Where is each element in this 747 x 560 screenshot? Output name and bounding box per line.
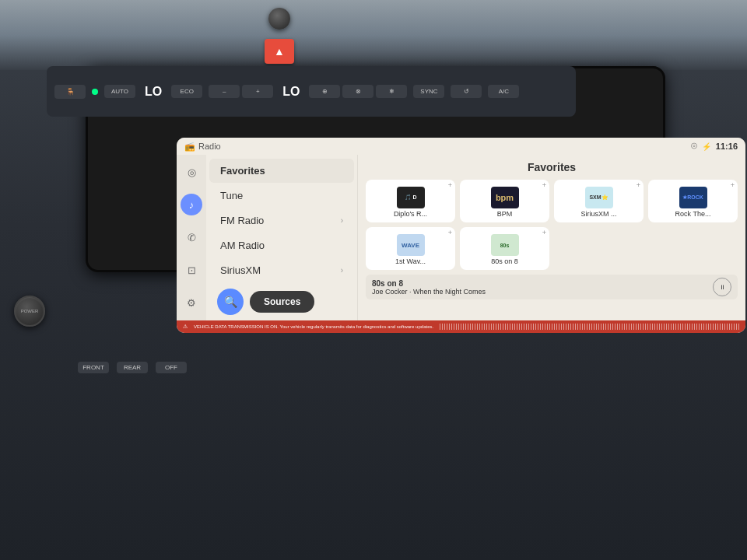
- add-icon: +: [542, 229, 546, 236]
- artist-name: Joe Cocker: [372, 288, 408, 296]
- off-button[interactable]: OFF: [156, 362, 187, 373]
- top-bar: 📻 Radio ⦾ ⚡ 11:16: [177, 138, 745, 155]
- power-button[interactable]: POWER: [14, 296, 45, 327]
- track-name: When the Night Comes: [413, 288, 486, 296]
- ac-button[interactable]: A/C: [488, 85, 519, 98]
- defrost-rear-label: REAR: [124, 364, 141, 371]
- content-area: Favorites + 🎵 D Diplo's R... + bpm BPM: [358, 155, 745, 320]
- fav-rock[interactable]: + ★ROCK Rock The...: [648, 180, 738, 222]
- vent-button[interactable]: ⊕: [309, 85, 340, 98]
- bpm-label: BPM: [497, 210, 513, 218]
- fav-80s[interactable]: + 80s 80s on 8: [460, 227, 549, 270]
- left-temp: LO: [142, 85, 165, 99]
- add-icon: +: [731, 181, 735, 189]
- infotainment-screen: 📻 Radio ⦾ ⚡ 11:16 ◎ ♪ ✆ ⊡ ⚙: [177, 138, 745, 333]
- defrost-row: FRONT REAR OFF: [78, 362, 187, 373]
- defrost-button[interactable]: ❄: [376, 85, 407, 98]
- fav-wave[interactable]: + WAVE 1st Wav...: [366, 227, 455, 270]
- phone-icon[interactable]: ✆: [181, 226, 202, 248]
- warning-text: VEHICLE DATA TRANSMISSION IS ON. Your ve…: [194, 324, 433, 329]
- add-icon: +: [542, 181, 546, 189]
- fav-siriusxm[interactable]: + SXM⭐ SiriusXM ...: [554, 180, 644, 222]
- fav-bpm[interactable]: + bpm BPM: [460, 180, 549, 222]
- top-reflection: [0, 0, 747, 70]
- nav-menu: Favorites Tune FM Radio › AM Radio Siriu…: [206, 155, 358, 320]
- right-temp: LO: [279, 85, 303, 99]
- nav-fm-arrow: ›: [341, 216, 343, 225]
- navigation-icon[interactable]: ◎: [181, 161, 202, 183]
- diplo-label: Diplo's R...: [394, 210, 427, 218]
- favorites-title: Favorites: [366, 161, 738, 173]
- auto-button[interactable]: AUTO: [104, 85, 135, 98]
- fan-up[interactable]: +: [242, 85, 273, 98]
- ac-label: A/C: [499, 88, 509, 95]
- rock-logo: ★ROCK: [679, 187, 707, 208]
- pause-button[interactable]: ⏸: [713, 278, 731, 296]
- hazard-icon: ▲: [274, 45, 285, 58]
- favorites-grid: + 🎵 D Diplo's R... + bpm BPM + SXM⭐ Siri…: [366, 180, 738, 270]
- settings-icon[interactable]: ⚙: [181, 292, 202, 313]
- sync-label: SYNC: [420, 88, 437, 95]
- diplo-logo: 🎵 D: [397, 187, 425, 208]
- climate-panel: 🪑 AUTO LO ECO – + LO ⊕ ⊗ ❄ SYNC ↺ A/C: [47, 66, 576, 117]
- seat-heat-left[interactable]: 🪑: [54, 85, 86, 99]
- wifi-icon: ⦾: [691, 142, 697, 151]
- now-playing-station: 80s on 8: [372, 279, 486, 288]
- mode-buttons: ⊕ ⊗ ❄: [309, 85, 407, 98]
- main-content: ◎ ♪ ✆ ⊡ ⚙ Favorites Tune FM Radio ›: [177, 155, 745, 320]
- fan-down[interactable]: –: [209, 85, 240, 98]
- add-icon: +: [637, 181, 640, 189]
- rock-label: Rock The...: [675, 210, 711, 218]
- nav-fm-label: FM Radio: [220, 215, 264, 226]
- barcode: [440, 324, 739, 330]
- radio-icon: 📻: [184, 142, 195, 152]
- nav-tune[interactable]: Tune: [209, 184, 354, 208]
- siriusxm-logo: SXM⭐: [585, 187, 613, 208]
- now-playing-bar: 80s on 8 Joe Cocker · When the Night Com…: [366, 275, 738, 299]
- defrost-front-label: FRONT: [82, 364, 104, 371]
- fan-controls: – +: [209, 85, 273, 98]
- wave-logo: WAVE: [397, 234, 425, 256]
- hazard-button[interactable]: ▲: [265, 39, 294, 64]
- defrost-rear-button[interactable]: REAR: [117, 362, 148, 373]
- defrost-front-button[interactable]: FRONT: [78, 362, 109, 373]
- wave-label: 1st Wav...: [395, 257, 426, 265]
- music-icon[interactable]: ♪: [181, 194, 202, 215]
- add-icon: +: [448, 229, 452, 236]
- eco-button[interactable]: ECO: [171, 85, 202, 98]
- nav-siriusxm[interactable]: SiriusXM ›: [209, 258, 354, 282]
- sources-button[interactable]: Sources: [250, 291, 314, 313]
- nav-fm-radio[interactable]: FM Radio ›: [209, 208, 354, 233]
- warning-icon: ⚠: [183, 324, 188, 330]
- fav-diplo[interactable]: + 🎵 D Diplo's R...: [366, 180, 455, 222]
- circulation-button[interactable]: ↺: [451, 85, 482, 98]
- nav-am-radio[interactable]: AM Radio: [209, 233, 354, 257]
- nav-favorites[interactable]: Favorites: [209, 159, 354, 183]
- nav-tune-label: Tune: [220, 190, 243, 201]
- nav-siriusxm-arrow: ›: [341, 266, 343, 275]
- warning-bar: ⚠ VEHICLE DATA TRANSMISSION IS ON. Your …: [177, 320, 745, 333]
- power-label: POWER: [21, 309, 39, 313]
- floor-button[interactable]: ⊗: [342, 85, 374, 98]
- clock: 11:16: [716, 142, 738, 151]
- nav-favorites-label: Favorites: [220, 165, 265, 177]
- siriusxm-label: SiriusXM ...: [580, 210, 616, 218]
- camera-knob[interactable]: [268, 8, 290, 30]
- now-playing-info: 80s on 8 Joe Cocker · When the Night Com…: [372, 279, 486, 296]
- 80s-label: 80s on 8: [491, 257, 518, 265]
- nav-bottom-bar: 🔍 Sources: [206, 284, 357, 320]
- car-icon[interactable]: ⊡: [181, 259, 202, 281]
- bluetooth-icon: ⚡: [702, 142, 711, 151]
- search-button[interactable]: 🔍: [217, 289, 244, 315]
- sidebar-icons: ◎ ♪ ✆ ⊡ ⚙: [177, 155, 206, 320]
- nav-am-label: AM Radio: [220, 240, 265, 251]
- status-icons: ⦾ ⚡ 11:16: [691, 142, 738, 151]
- nav-siriusxm-label: SiriusXM: [220, 264, 261, 276]
- 80s-logo: 80s: [491, 234, 519, 256]
- sync-button[interactable]: SYNC: [413, 85, 444, 98]
- add-icon: +: [448, 181, 452, 189]
- auto-label: AUTO: [111, 88, 128, 95]
- indicator-left: [92, 89, 98, 95]
- bpm-logo: bpm: [491, 187, 519, 208]
- now-playing-track: Joe Cocker · When the Night Comes: [372, 288, 486, 296]
